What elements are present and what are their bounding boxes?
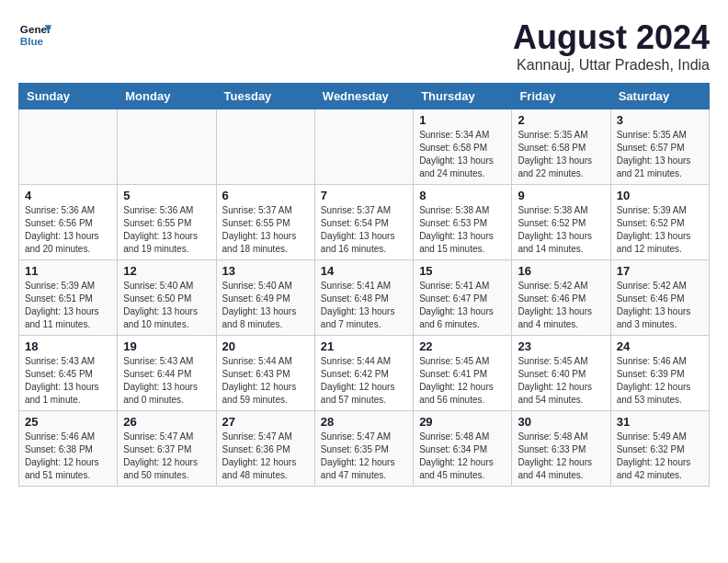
calendar-table: SundayMondayTuesdayWednesdayThursdayFrid… bbox=[18, 83, 710, 487]
calendar-cell: 24Sunrise: 5:46 AM Sunset: 6:39 PM Dayli… bbox=[610, 336, 709, 411]
day-number: 18 bbox=[25, 339, 111, 353]
logo: General Blue bbox=[18, 18, 51, 52]
day-info: Sunrise: 5:45 AM Sunset: 6:41 PM Dayligh… bbox=[419, 355, 506, 407]
day-info: Sunrise: 5:41 AM Sunset: 6:47 PM Dayligh… bbox=[419, 280, 506, 331]
calendar-cell: 13Sunrise: 5:40 AM Sunset: 6:49 PM Dayli… bbox=[216, 260, 314, 336]
day-info: Sunrise: 5:40 AM Sunset: 6:50 PM Dayligh… bbox=[123, 280, 210, 331]
day-info: Sunrise: 5:43 AM Sunset: 6:45 PM Dayligh… bbox=[25, 355, 111, 407]
calendar-cell: 29Sunrise: 5:48 AM Sunset: 6:34 PM Dayli… bbox=[414, 411, 512, 487]
calendar-cell: 2Sunrise: 5:35 AM Sunset: 6:58 PM Daylig… bbox=[512, 109, 610, 185]
day-info: Sunrise: 5:34 AM Sunset: 6:58 PM Dayligh… bbox=[419, 129, 506, 180]
day-info: Sunrise: 5:44 AM Sunset: 6:42 PM Dayligh… bbox=[321, 355, 407, 407]
day-info: Sunrise: 5:40 AM Sunset: 6:49 PM Dayligh… bbox=[222, 280, 309, 331]
day-info: Sunrise: 5:45 AM Sunset: 6:40 PM Dayligh… bbox=[518, 355, 604, 407]
day-info: Sunrise: 5:48 AM Sunset: 6:33 PM Dayligh… bbox=[518, 431, 604, 482]
day-number: 30 bbox=[518, 415, 604, 429]
day-number: 7 bbox=[321, 189, 407, 202]
calendar-cell: 14Sunrise: 5:41 AM Sunset: 6:48 PM Dayli… bbox=[314, 260, 413, 336]
calendar-cell: 28Sunrise: 5:47 AM Sunset: 6:35 PM Dayli… bbox=[314, 411, 413, 487]
calendar-cell: 1Sunrise: 5:34 AM Sunset: 6:58 PM Daylig… bbox=[414, 109, 512, 185]
calendar-cell: 17Sunrise: 5:42 AM Sunset: 6:46 PM Dayli… bbox=[610, 260, 709, 336]
day-number: 12 bbox=[123, 264, 210, 278]
day-number: 21 bbox=[321, 339, 407, 353]
day-info: Sunrise: 5:36 AM Sunset: 6:56 PM Dayligh… bbox=[25, 204, 111, 256]
title-area: August 2024 Kannauj, Uttar Pradesh, Indi… bbox=[513, 18, 710, 74]
calendar-cell: 16Sunrise: 5:42 AM Sunset: 6:46 PM Dayli… bbox=[512, 260, 610, 336]
day-info: Sunrise: 5:36 AM Sunset: 6:55 PM Dayligh… bbox=[123, 204, 210, 256]
day-number: 28 bbox=[321, 415, 407, 429]
calendar-cell: 12Sunrise: 5:40 AM Sunset: 6:50 PM Dayli… bbox=[118, 260, 216, 336]
weekday-header-sunday: Sunday bbox=[19, 84, 118, 109]
calendar-cell: 30Sunrise: 5:48 AM Sunset: 6:33 PM Dayli… bbox=[512, 411, 610, 487]
svg-text:Blue: Blue bbox=[20, 35, 44, 47]
day-number: 14 bbox=[321, 264, 407, 278]
calendar-cell: 19Sunrise: 5:43 AM Sunset: 6:44 PM Dayli… bbox=[118, 336, 216, 411]
weekday-header-wednesday: Wednesday bbox=[314, 84, 413, 109]
weekday-header-tuesday: Tuesday bbox=[216, 84, 314, 109]
calendar-cell: 22Sunrise: 5:45 AM Sunset: 6:41 PM Dayli… bbox=[414, 336, 512, 411]
day-number: 19 bbox=[123, 339, 210, 353]
day-number: 6 bbox=[222, 189, 309, 202]
day-info: Sunrise: 5:42 AM Sunset: 6:46 PM Dayligh… bbox=[518, 280, 604, 331]
day-number: 1 bbox=[419, 113, 506, 127]
day-number: 31 bbox=[617, 415, 703, 429]
calendar-cell: 6Sunrise: 5:37 AM Sunset: 6:55 PM Daylig… bbox=[216, 185, 314, 260]
calendar-cell: 15Sunrise: 5:41 AM Sunset: 6:47 PM Dayli… bbox=[414, 260, 512, 336]
day-info: Sunrise: 5:35 AM Sunset: 6:57 PM Dayligh… bbox=[617, 129, 703, 180]
day-info: Sunrise: 5:37 AM Sunset: 6:55 PM Dayligh… bbox=[222, 204, 309, 256]
day-number: 10 bbox=[617, 189, 703, 202]
day-info: Sunrise: 5:47 AM Sunset: 6:37 PM Dayligh… bbox=[123, 431, 210, 482]
calendar-cell: 4Sunrise: 5:36 AM Sunset: 6:56 PM Daylig… bbox=[19, 185, 118, 260]
calendar-cell: 21Sunrise: 5:44 AM Sunset: 6:42 PM Dayli… bbox=[314, 336, 413, 411]
weekday-header-saturday: Saturday bbox=[610, 84, 709, 109]
calendar-week-row: 11Sunrise: 5:39 AM Sunset: 6:51 PM Dayli… bbox=[19, 260, 710, 336]
calendar-week-row: 25Sunrise: 5:46 AM Sunset: 6:38 PM Dayli… bbox=[19, 411, 710, 487]
day-number: 11 bbox=[25, 264, 111, 278]
weekday-header-row: SundayMondayTuesdayWednesdayThursdayFrid… bbox=[19, 84, 710, 109]
calendar-cell: 8Sunrise: 5:38 AM Sunset: 6:53 PM Daylig… bbox=[414, 185, 512, 260]
day-number: 27 bbox=[222, 415, 309, 429]
day-info: Sunrise: 5:48 AM Sunset: 6:34 PM Dayligh… bbox=[419, 431, 506, 482]
logo-icon: General Blue bbox=[18, 18, 51, 52]
day-info: Sunrise: 5:38 AM Sunset: 6:53 PM Dayligh… bbox=[419, 204, 506, 256]
day-info: Sunrise: 5:47 AM Sunset: 6:36 PM Dayligh… bbox=[222, 431, 309, 482]
day-number: 23 bbox=[518, 339, 604, 353]
day-number: 5 bbox=[123, 189, 210, 202]
calendar-week-row: 1Sunrise: 5:34 AM Sunset: 6:58 PM Daylig… bbox=[19, 109, 710, 185]
calendar-cell bbox=[118, 109, 216, 185]
calendar-cell: 9Sunrise: 5:38 AM Sunset: 6:52 PM Daylig… bbox=[512, 185, 610, 260]
calendar-cell bbox=[19, 109, 118, 185]
day-info: Sunrise: 5:41 AM Sunset: 6:48 PM Dayligh… bbox=[321, 280, 407, 331]
calendar-cell: 27Sunrise: 5:47 AM Sunset: 6:36 PM Dayli… bbox=[216, 411, 314, 487]
calendar-week-row: 18Sunrise: 5:43 AM Sunset: 6:45 PM Dayli… bbox=[19, 336, 710, 411]
page-header: General Blue August 2024 Kannauj, Uttar … bbox=[18, 18, 710, 74]
day-info: Sunrise: 5:37 AM Sunset: 6:54 PM Dayligh… bbox=[321, 204, 407, 256]
day-info: Sunrise: 5:46 AM Sunset: 6:38 PM Dayligh… bbox=[25, 431, 111, 482]
day-number: 17 bbox=[617, 264, 703, 278]
calendar-cell bbox=[216, 109, 314, 185]
day-info: Sunrise: 5:39 AM Sunset: 6:51 PM Dayligh… bbox=[25, 280, 111, 331]
day-info: Sunrise: 5:44 AM Sunset: 6:43 PM Dayligh… bbox=[222, 355, 309, 407]
day-info: Sunrise: 5:43 AM Sunset: 6:44 PM Dayligh… bbox=[123, 355, 210, 407]
calendar-cell: 23Sunrise: 5:45 AM Sunset: 6:40 PM Dayli… bbox=[512, 336, 610, 411]
calendar-cell bbox=[314, 109, 413, 185]
day-number: 13 bbox=[222, 264, 309, 278]
calendar-cell: 20Sunrise: 5:44 AM Sunset: 6:43 PM Dayli… bbox=[216, 336, 314, 411]
calendar-cell: 3Sunrise: 5:35 AM Sunset: 6:57 PM Daylig… bbox=[610, 109, 709, 185]
calendar-cell: 25Sunrise: 5:46 AM Sunset: 6:38 PM Dayli… bbox=[19, 411, 118, 487]
calendar-cell: 5Sunrise: 5:36 AM Sunset: 6:55 PM Daylig… bbox=[118, 185, 216, 260]
day-number: 15 bbox=[419, 264, 506, 278]
day-info: Sunrise: 5:46 AM Sunset: 6:39 PM Dayligh… bbox=[617, 355, 703, 407]
weekday-header-thursday: Thursday bbox=[414, 84, 512, 109]
calendar-cell: 7Sunrise: 5:37 AM Sunset: 6:54 PM Daylig… bbox=[314, 185, 413, 260]
day-number: 25 bbox=[25, 415, 111, 429]
day-number: 20 bbox=[222, 339, 309, 353]
day-number: 29 bbox=[419, 415, 506, 429]
day-info: Sunrise: 5:35 AM Sunset: 6:58 PM Dayligh… bbox=[518, 129, 604, 180]
calendar-cell: 31Sunrise: 5:49 AM Sunset: 6:32 PM Dayli… bbox=[610, 411, 709, 487]
day-number: 22 bbox=[419, 339, 506, 353]
day-info: Sunrise: 5:47 AM Sunset: 6:35 PM Dayligh… bbox=[321, 431, 407, 482]
day-number: 4 bbox=[25, 189, 111, 202]
day-number: 8 bbox=[419, 189, 506, 202]
day-number: 9 bbox=[518, 189, 604, 202]
